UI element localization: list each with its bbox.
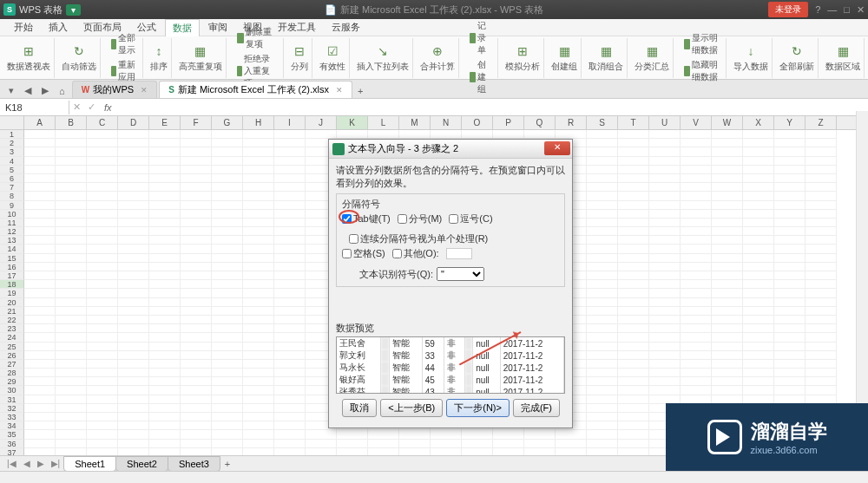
cell[interactable] — [243, 147, 274, 156]
cell[interactable] — [243, 324, 274, 333]
cell[interactable] — [243, 254, 274, 263]
cell[interactable] — [649, 157, 681, 166]
cell[interactable] — [649, 166, 681, 174]
cell[interactable] — [368, 430, 399, 439]
cell[interactable] — [274, 192, 306, 200]
cell[interactable] — [87, 421, 118, 430]
cell[interactable] — [712, 210, 743, 219]
row-header-26[interactable]: 26 — [0, 351, 24, 360]
cell[interactable] — [681, 369, 712, 377]
cell[interactable] — [712, 280, 743, 289]
cell[interactable] — [806, 280, 837, 289]
col-header-I[interactable]: I — [274, 116, 306, 129]
cell[interactable] — [712, 351, 743, 360]
cell[interactable] — [181, 254, 212, 263]
cell[interactable] — [243, 280, 274, 289]
cell[interactable] — [87, 430, 118, 439]
cell[interactable] — [274, 324, 306, 333]
cell[interactable] — [87, 201, 118, 210]
cell[interactable] — [743, 343, 774, 351]
row-header-21[interactable]: 21 — [0, 307, 24, 316]
cell[interactable] — [118, 183, 149, 192]
cell[interactable] — [274, 343, 306, 351]
cell[interactable] — [181, 201, 212, 210]
cell[interactable] — [618, 289, 649, 297]
cell[interactable] — [87, 333, 118, 342]
cell[interactable] — [618, 395, 649, 404]
cell[interactable] — [618, 440, 649, 448]
cell[interactable] — [712, 174, 743, 183]
col-header-N[interactable]: N — [431, 116, 462, 129]
cell[interactable] — [743, 333, 774, 342]
cell[interactable] — [24, 201, 56, 210]
col-header-Z[interactable]: Z — [806, 116, 837, 129]
cell[interactable] — [87, 130, 118, 139]
cell[interactable] — [806, 343, 837, 351]
cell[interactable] — [743, 130, 774, 139]
cell[interactable] — [24, 333, 56, 342]
cell[interactable] — [118, 201, 149, 210]
cell[interactable] — [712, 219, 743, 227]
fn-confirm-icon[interactable]: ✓ — [84, 101, 99, 113]
cell[interactable] — [87, 343, 118, 351]
cell[interactable] — [774, 130, 806, 139]
cell[interactable] — [87, 254, 118, 263]
row-header-18[interactable]: 18 — [0, 280, 24, 289]
cell[interactable] — [87, 413, 118, 421]
cell[interactable] — [243, 227, 274, 236]
cell[interactable] — [618, 377, 649, 386]
cell[interactable] — [743, 227, 774, 236]
cell[interactable] — [243, 377, 274, 386]
cell[interactable] — [681, 289, 712, 297]
cell[interactable] — [587, 360, 618, 369]
cell[interactable] — [774, 174, 806, 183]
cell[interactable] — [243, 263, 274, 271]
cell[interactable] — [243, 316, 274, 324]
cell[interactable] — [56, 298, 87, 307]
cell[interactable] — [774, 316, 806, 324]
cell[interactable] — [181, 245, 212, 253]
fx-button[interactable]: fx — [99, 102, 117, 113]
cell[interactable] — [149, 369, 181, 377]
cell[interactable] — [243, 183, 274, 192]
row-header-10[interactable]: 10 — [0, 210, 24, 219]
sheet-tab-Sheet1[interactable]: Sheet1 — [63, 456, 116, 472]
cell[interactable] — [712, 227, 743, 236]
cell[interactable] — [149, 430, 181, 439]
cell[interactable] — [806, 298, 837, 307]
cell[interactable] — [24, 421, 56, 430]
cell[interactable] — [274, 430, 306, 439]
cell[interactable] — [306, 430, 337, 439]
cell[interactable] — [806, 351, 837, 360]
cell[interactable] — [649, 236, 681, 245]
cell[interactable] — [87, 192, 118, 200]
cell[interactable] — [774, 263, 806, 271]
cell[interactable] — [712, 386, 743, 395]
ribbon-group-1[interactable]: ↻自动筛选 — [58, 38, 101, 78]
col-header-E[interactable]: E — [149, 116, 181, 129]
row-header-14[interactable]: 14 — [0, 245, 24, 253]
name-box[interactable]: K18 — [0, 101, 69, 114]
cell[interactable] — [806, 174, 837, 183]
cell[interactable] — [212, 227, 243, 236]
maximize-icon[interactable]: □ — [844, 4, 850, 15]
cell[interactable] — [243, 271, 274, 280]
cell[interactable] — [743, 183, 774, 192]
cell[interactable] — [524, 130, 556, 139]
fn-cancel-icon[interactable]: ✕ — [69, 101, 84, 113]
cell[interactable] — [181, 404, 212, 413]
cell[interactable] — [181, 351, 212, 360]
cell[interactable] — [243, 236, 274, 245]
tab-checkbox[interactable]: Tab键(T) — [342, 212, 391, 225]
cell[interactable] — [712, 130, 743, 139]
cell[interactable] — [118, 440, 149, 448]
cell[interactable] — [743, 166, 774, 174]
cell[interactable] — [87, 289, 118, 297]
cell[interactable] — [212, 369, 243, 377]
cell[interactable] — [56, 289, 87, 297]
cell[interactable] — [587, 139, 618, 147]
cell[interactable] — [87, 157, 118, 166]
cell[interactable] — [649, 324, 681, 333]
cell[interactable] — [274, 210, 306, 219]
cell[interactable] — [87, 236, 118, 245]
